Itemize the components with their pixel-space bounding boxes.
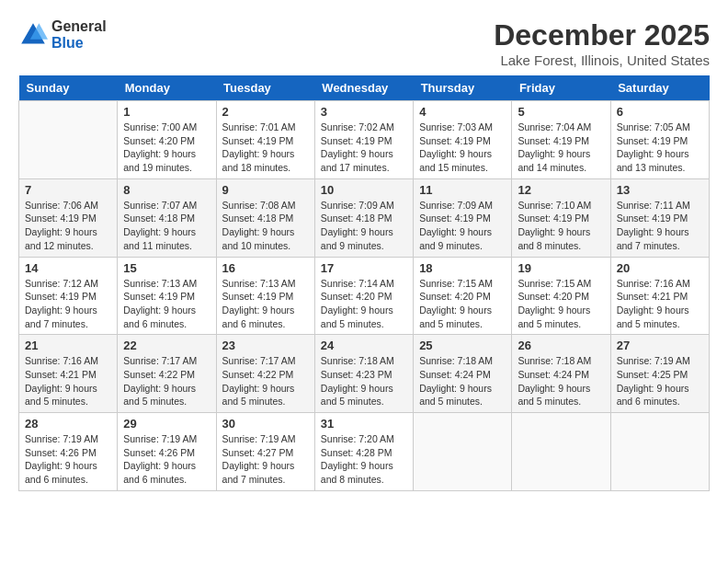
day-info: Sunrise: 7:01 AMSunset: 4:19 PMDaylight:…	[222, 121, 309, 175]
day-info: Sunrise: 7:14 AMSunset: 4:20 PMDaylight:…	[321, 277, 407, 331]
logo-blue: Blue	[51, 35, 107, 52]
calendar-cell: 10Sunrise: 7:09 AMSunset: 4:18 PMDayligh…	[314, 178, 413, 257]
calendar-cell: 20Sunrise: 7:16 AMSunset: 4:21 PMDayligh…	[610, 257, 709, 335]
location-title: Lake Forest, Illinois, United States	[494, 52, 710, 68]
day-header-thursday: Thursday	[414, 75, 512, 101]
day-header-saturday: Saturday	[610, 75, 709, 101]
day-number: 4	[419, 105, 506, 119]
day-info: Sunrise: 7:10 AMSunset: 4:19 PMDaylight:…	[518, 199, 604, 253]
day-number: 3	[321, 105, 407, 119]
calendar-cell: 25Sunrise: 7:18 AMSunset: 4:24 PMDayligh…	[414, 335, 512, 413]
day-number: 5	[518, 105, 604, 119]
calendar-cell: 31Sunrise: 7:20 AMSunset: 4:28 PMDayligh…	[314, 413, 413, 491]
calendar-cell	[414, 413, 512, 491]
day-info: Sunrise: 7:09 AMSunset: 4:19 PMDaylight:…	[419, 199, 506, 253]
calendar-cell: 5Sunrise: 7:04 AMSunset: 4:19 PMDaylight…	[512, 101, 610, 179]
day-info: Sunrise: 7:16 AMSunset: 4:21 PMDaylight:…	[25, 354, 111, 408]
day-info: Sunrise: 7:16 AMSunset: 4:21 PMDaylight:…	[617, 277, 703, 331]
calendar-cell: 17Sunrise: 7:14 AMSunset: 4:20 PMDayligh…	[314, 257, 413, 335]
day-number: 29	[123, 417, 210, 431]
day-number: 8	[123, 183, 210, 197]
calendar-cell: 16Sunrise: 7:13 AMSunset: 4:19 PMDayligh…	[216, 257, 314, 335]
calendar-cell: 3Sunrise: 7:02 AMSunset: 4:19 PMDaylight…	[314, 101, 413, 179]
calendar-cell: 24Sunrise: 7:18 AMSunset: 4:23 PMDayligh…	[314, 335, 413, 413]
calendar-cell	[19, 101, 118, 179]
calendar-cell: 6Sunrise: 7:05 AMSunset: 4:19 PMDaylight…	[610, 101, 709, 179]
logo-text: General Blue	[51, 18, 107, 51]
day-info: Sunrise: 7:00 AMSunset: 4:20 PMDaylight:…	[123, 121, 210, 175]
day-info: Sunrise: 7:20 AMSunset: 4:28 PMDaylight:…	[321, 432, 407, 487]
calendar-cell: 22Sunrise: 7:17 AMSunset: 4:22 PMDayligh…	[118, 335, 216, 413]
day-info: Sunrise: 7:06 AMSunset: 4:19 PMDaylight:…	[25, 199, 111, 253]
day-number: 15	[123, 261, 210, 275]
day-info: Sunrise: 7:17 AMSunset: 4:22 PMDaylight:…	[123, 354, 210, 408]
calendar-week-row: 21Sunrise: 7:16 AMSunset: 4:21 PMDayligh…	[19, 335, 710, 413]
day-number: 21	[25, 339, 111, 352]
day-info: Sunrise: 7:02 AMSunset: 4:19 PMDaylight:…	[321, 121, 407, 175]
day-info: Sunrise: 7:05 AMSunset: 4:19 PMDaylight:…	[617, 121, 703, 175]
day-header-tuesday: Tuesday	[216, 75, 314, 101]
day-number: 2	[222, 105, 309, 119]
day-info: Sunrise: 7:04 AMSunset: 4:19 PMDaylight:…	[518, 121, 604, 175]
day-number: 28	[25, 417, 111, 431]
day-number: 6	[617, 105, 703, 119]
day-number: 13	[617, 183, 703, 197]
calendar-cell: 7Sunrise: 7:06 AMSunset: 4:19 PMDaylight…	[19, 178, 118, 257]
calendar-cell: 9Sunrise: 7:08 AMSunset: 4:18 PMDaylight…	[216, 178, 314, 257]
calendar-cell: 13Sunrise: 7:11 AMSunset: 4:19 PMDayligh…	[610, 178, 709, 257]
day-number: 7	[25, 183, 111, 197]
calendar-cell: 30Sunrise: 7:19 AMSunset: 4:27 PMDayligh…	[216, 413, 314, 491]
day-info: Sunrise: 7:12 AMSunset: 4:19 PMDaylight:…	[25, 277, 111, 331]
day-info: Sunrise: 7:18 AMSunset: 4:23 PMDaylight:…	[321, 354, 407, 408]
calendar-week-row: 1Sunrise: 7:00 AMSunset: 4:20 PMDaylight…	[19, 101, 710, 179]
day-info: Sunrise: 7:11 AMSunset: 4:19 PMDaylight:…	[617, 199, 703, 253]
day-info: Sunrise: 7:17 AMSunset: 4:22 PMDaylight:…	[222, 354, 309, 408]
calendar-cell: 26Sunrise: 7:18 AMSunset: 4:24 PMDayligh…	[512, 335, 610, 413]
day-number: 10	[321, 183, 407, 197]
day-number: 12	[518, 183, 604, 197]
calendar-cell: 19Sunrise: 7:15 AMSunset: 4:20 PMDayligh…	[512, 257, 610, 335]
calendar-cell: 1Sunrise: 7:00 AMSunset: 4:20 PMDaylight…	[118, 101, 216, 179]
day-number: 31	[321, 417, 407, 431]
calendar-cell: 27Sunrise: 7:19 AMSunset: 4:25 PMDayligh…	[610, 335, 709, 413]
day-header-monday: Monday	[118, 75, 216, 101]
day-info: Sunrise: 7:19 AMSunset: 4:26 PMDaylight:…	[123, 432, 210, 487]
logo-icon	[18, 20, 48, 50]
day-number: 18	[419, 261, 506, 275]
calendar-cell: 21Sunrise: 7:16 AMSunset: 4:21 PMDayligh…	[19, 335, 118, 413]
calendar-cell	[512, 413, 610, 491]
day-header-wednesday: Wednesday	[314, 75, 413, 101]
calendar-cell: 15Sunrise: 7:13 AMSunset: 4:19 PMDayligh…	[118, 257, 216, 335]
day-number: 22	[123, 339, 210, 352]
day-info: Sunrise: 7:19 AMSunset: 4:25 PMDaylight:…	[617, 354, 703, 408]
day-number: 14	[25, 261, 111, 275]
calendar-cell: 4Sunrise: 7:03 AMSunset: 4:19 PMDaylight…	[414, 101, 512, 179]
day-number: 25	[419, 339, 506, 352]
day-info: Sunrise: 7:15 AMSunset: 4:20 PMDaylight:…	[419, 277, 506, 331]
calendar-cell	[610, 413, 709, 491]
day-number: 24	[321, 339, 407, 352]
logo: General Blue	[18, 18, 107, 51]
calendar-cell: 29Sunrise: 7:19 AMSunset: 4:26 PMDayligh…	[118, 413, 216, 491]
calendar-cell: 28Sunrise: 7:19 AMSunset: 4:26 PMDayligh…	[19, 413, 118, 491]
calendar-cell: 23Sunrise: 7:17 AMSunset: 4:22 PMDayligh…	[216, 335, 314, 413]
day-number: 26	[518, 339, 604, 352]
calendar-cell: 14Sunrise: 7:12 AMSunset: 4:19 PMDayligh…	[19, 257, 118, 335]
day-info: Sunrise: 7:13 AMSunset: 4:19 PMDaylight:…	[123, 277, 210, 331]
day-number: 30	[222, 417, 309, 431]
day-number: 16	[222, 261, 309, 275]
calendar-header-row: SundayMondayTuesdayWednesdayThursdayFrid…	[19, 75, 710, 101]
day-info: Sunrise: 7:18 AMSunset: 4:24 PMDaylight:…	[518, 354, 604, 408]
day-info: Sunrise: 7:03 AMSunset: 4:19 PMDaylight:…	[419, 121, 506, 175]
day-number: 11	[419, 183, 506, 197]
logo-general: General	[51, 18, 107, 35]
calendar-cell: 12Sunrise: 7:10 AMSunset: 4:19 PMDayligh…	[512, 178, 610, 257]
day-info: Sunrise: 7:19 AMSunset: 4:27 PMDaylight:…	[222, 432, 309, 487]
day-number: 19	[518, 261, 604, 275]
header: General Blue December 2025 Lake Forest, …	[18, 18, 710, 68]
day-info: Sunrise: 7:07 AMSunset: 4:18 PMDaylight:…	[123, 199, 210, 253]
day-info: Sunrise: 7:19 AMSunset: 4:26 PMDaylight:…	[25, 432, 111, 487]
day-info: Sunrise: 7:09 AMSunset: 4:18 PMDaylight:…	[321, 199, 407, 253]
calendar-cell: 18Sunrise: 7:15 AMSunset: 4:20 PMDayligh…	[414, 257, 512, 335]
day-number: 27	[617, 339, 703, 352]
